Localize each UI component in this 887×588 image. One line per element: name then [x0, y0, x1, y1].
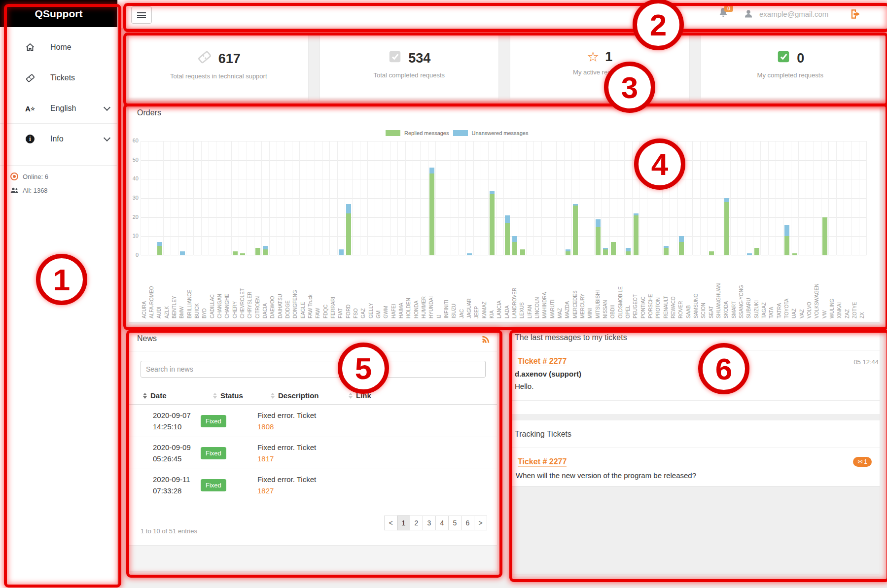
chart-bar-slot: [655, 141, 662, 255]
sidebar-item-info[interactable]: i Info: [0, 124, 117, 154]
x-axis-tick-label: ISUZU: [451, 257, 458, 319]
x-axis-tick-label: SMART: [730, 257, 738, 319]
sidebar-item-label: Home: [50, 43, 71, 52]
x-axis-tick-label: HUMMER: [420, 257, 427, 319]
chart-bar-slot: [465, 141, 473, 255]
x-axis-tick-label: VW: [821, 257, 828, 319]
chart-bar-slot: [156, 141, 163, 255]
sidebar-item-language[interactable]: A☆ English: [0, 93, 117, 124]
ticket-icon: [197, 49, 213, 69]
entries-info: 1 to 10 of 51 entries: [141, 527, 197, 535]
x-axis-tick-label: CHRYSLER: [247, 257, 254, 319]
x-axis-tick-label: TOYOTA: [783, 257, 790, 319]
chart-bar-slot: [814, 141, 821, 255]
divider: [0, 165, 117, 166]
sidebar-item-home[interactable]: Home: [0, 32, 117, 63]
pagination-page-button[interactable]: 1: [397, 516, 410, 530]
chart-bar-slot: [329, 141, 337, 255]
search-input[interactable]: [141, 361, 486, 378]
pagination-prev-button[interactable]: <: [384, 516, 397, 530]
news-table-body: 2020-09-0714:25:10FixedFixed error. Tick…: [129, 404, 497, 501]
x-axis-tick-label: MINI: [587, 257, 594, 319]
news-panel: News Date Status Description Link: [129, 331, 497, 571]
bar-replied: [724, 202, 729, 255]
logout-icon[interactable]: [850, 8, 862, 22]
x-axis-tick-label: TATRA: [776, 257, 783, 319]
x-axis-tick-label: VOLVO: [806, 257, 813, 319]
pagination-page-button[interactable]: 6: [461, 516, 474, 530]
bar-replied: [596, 227, 601, 255]
pagination-page-button[interactable]: 5: [448, 516, 461, 530]
chart-bar-slot: [284, 141, 291, 255]
home-icon: [23, 42, 37, 52]
bar-replied: [263, 249, 268, 255]
chart-bar-slot: [148, 141, 155, 255]
language-icon: A☆: [23, 104, 37, 113]
legend-swatch-replied: [386, 130, 400, 136]
bar-unanswered: [263, 246, 268, 250]
column-header-description[interactable]: Description: [271, 391, 319, 400]
bar-unanswered: [724, 198, 729, 202]
chart-bar-slot: [481, 141, 488, 255]
ticket-number-link[interactable]: 1808: [257, 422, 274, 431]
tracking-ticket-link[interactable]: Ticket # 2277: [518, 457, 567, 467]
bar-replied: [634, 215, 639, 255]
last-messages-panel: The last messages to my tickets Ticket #…: [511, 331, 880, 574]
chart-bar-slot: [231, 141, 239, 255]
chart-bar-slot: [526, 141, 533, 255]
info-icon: i: [23, 135, 37, 143]
pagination-page-button[interactable]: 3: [423, 516, 436, 530]
bar-replied: [346, 213, 351, 255]
bar-unanswered: [596, 219, 601, 227]
divider: [129, 351, 497, 351]
user-avatar-icon: [744, 9, 753, 21]
chart-bar-slot: [352, 141, 359, 255]
bar-replied: [664, 248, 669, 255]
x-axis-tick-label: LANDROVER: [511, 257, 518, 319]
ticket-number-link[interactable]: 1817: [257, 454, 274, 463]
bar-replied: [505, 223, 510, 255]
bar-replied: [490, 194, 495, 255]
ticket-link[interactable]: Ticket # 2277: [518, 357, 567, 366]
notifications-button[interactable]: 0: [718, 7, 740, 24]
x-axis-tick-label: ROVER: [677, 257, 685, 319]
x-axis-tick-label: AZLK: [163, 257, 171, 319]
chart-bar-slot: [828, 141, 836, 255]
sidebar-item-tickets[interactable]: Tickets: [0, 63, 117, 93]
chart-bar-slot: [413, 141, 420, 255]
notification-count-badge: 0: [724, 5, 733, 12]
x-axis-tick-label: ZOTYE: [851, 257, 858, 319]
ticket-number-link[interactable]: 1827: [257, 486, 274, 495]
x-axis-tick-label: SHUANGHUAN: [715, 257, 722, 319]
pagination-next-button[interactable]: >: [474, 516, 487, 530]
legend-label-replied: Replied messages: [404, 130, 449, 136]
x-axis-tick-label: OLDSMOBILE: [617, 257, 624, 319]
pagination-page-button[interactable]: 4: [435, 516, 449, 530]
news-date: 2020-09-0714:25:10: [129, 410, 201, 432]
chart-bar-slot: [541, 141, 549, 255]
pagination-page-button[interactable]: 2: [410, 516, 423, 530]
chart-bar-slot: [451, 141, 458, 255]
rss-icon[interactable]: [482, 335, 490, 346]
bar-replied: [240, 253, 245, 255]
column-header-status[interactable]: Status: [213, 391, 243, 400]
y-axis-tick-label: 50: [129, 157, 139, 163]
chart-bar-slot: [420, 141, 427, 255]
x-axis-tick-label: HAFEI: [390, 257, 397, 319]
chart-bar-slot: [345, 141, 352, 255]
column-header-date[interactable]: Date: [143, 391, 167, 400]
tracking-ticket-question: When will the new version of the program…: [516, 471, 696, 480]
chart-bar-slot: [844, 141, 851, 255]
bar-unanswered: [429, 168, 434, 173]
column-header-link[interactable]: Link: [349, 391, 371, 400]
chart-bar-slot: [783, 141, 790, 255]
star-icon: ☆: [587, 50, 599, 64]
chart-bar-slot: [519, 141, 526, 255]
user-email[interactable]: example@gmail.com: [759, 0, 828, 28]
x-axis-tick-label: GM: [375, 257, 382, 319]
check-square-green-icon: [776, 49, 791, 68]
bar-replied: [792, 253, 797, 255]
chart-bar-slot: [307, 141, 314, 255]
menu-toggle-button[interactable]: [131, 6, 152, 24]
x-axis-tick-label: WULING: [828, 257, 836, 319]
